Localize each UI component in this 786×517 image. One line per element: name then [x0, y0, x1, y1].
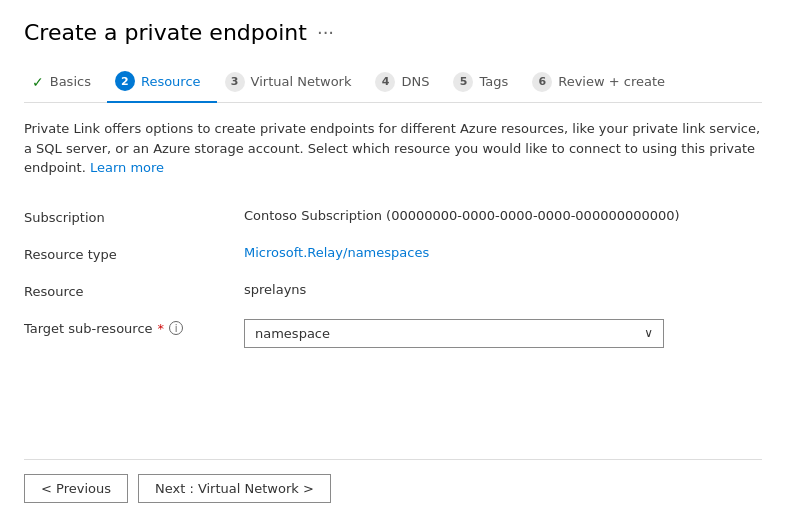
- learn-more-link[interactable]: Learn more: [90, 160, 164, 175]
- step-review-create[interactable]: 6 Review + create: [524, 64, 681, 102]
- subscription-label: Subscription: [24, 208, 244, 225]
- chevron-down-icon: ∨: [644, 326, 653, 340]
- description-section: Private Link offers options to create pr…: [24, 119, 762, 178]
- step-tags-number: 5: [453, 72, 473, 92]
- subscription-row: Subscription Contoso Subscription (00000…: [24, 198, 762, 235]
- step-dns-label: DNS: [401, 74, 429, 89]
- next-button[interactable]: Next : Virtual Network >: [138, 474, 331, 503]
- ellipsis-icon[interactable]: ···: [317, 22, 334, 43]
- step-review-label: Review + create: [558, 74, 665, 89]
- page-header: Create a private endpoint ···: [24, 20, 762, 45]
- required-indicator: *: [158, 321, 165, 336]
- step-resource-label: Resource: [141, 74, 201, 89]
- step-vn-label: Virtual Network: [251, 74, 352, 89]
- step-vn-number: 3: [225, 72, 245, 92]
- form-section: Subscription Contoso Subscription (00000…: [24, 198, 762, 460]
- subscription-value: Contoso Subscription (00000000-0000-0000…: [244, 208, 762, 223]
- target-sub-resource-label: Target sub-resource * i: [24, 319, 244, 336]
- resource-value: sprelayns: [244, 282, 762, 297]
- previous-button[interactable]: < Previous: [24, 474, 128, 503]
- resource-label: Resource: [24, 282, 244, 299]
- step-tags-label: Tags: [479, 74, 508, 89]
- step-virtual-network[interactable]: 3 Virtual Network: [217, 64, 368, 102]
- step-tags[interactable]: 5 Tags: [445, 64, 524, 102]
- info-icon[interactable]: i: [169, 321, 183, 335]
- target-sub-resource-row: Target sub-resource * i namespace ∨: [24, 309, 762, 358]
- page-title: Create a private endpoint: [24, 20, 307, 45]
- step-basics[interactable]: ✓ Basics: [24, 66, 107, 100]
- footer: < Previous Next : Virtual Network >: [24, 459, 762, 517]
- steps-bar: ✓ Basics 2 Resource 3 Virtual Network 4 …: [24, 63, 762, 103]
- step-resource[interactable]: 2 Resource: [107, 63, 217, 103]
- dropdown-value: namespace: [255, 326, 330, 341]
- step-dns[interactable]: 4 DNS: [367, 64, 445, 102]
- target-sub-resource-dropdown[interactable]: namespace ∨: [244, 319, 664, 348]
- step-review-number: 6: [532, 72, 552, 92]
- resource-type-row: Resource type Microsoft.Relay/namespaces: [24, 235, 762, 272]
- resource-type-value[interactable]: Microsoft.Relay/namespaces: [244, 245, 762, 260]
- resource-row: Resource sprelayns: [24, 272, 762, 309]
- step-resource-number: 2: [115, 71, 135, 91]
- step-dns-number: 4: [375, 72, 395, 92]
- resource-type-label: Resource type: [24, 245, 244, 262]
- step-basics-label: Basics: [50, 74, 91, 89]
- check-icon: ✓: [32, 74, 44, 90]
